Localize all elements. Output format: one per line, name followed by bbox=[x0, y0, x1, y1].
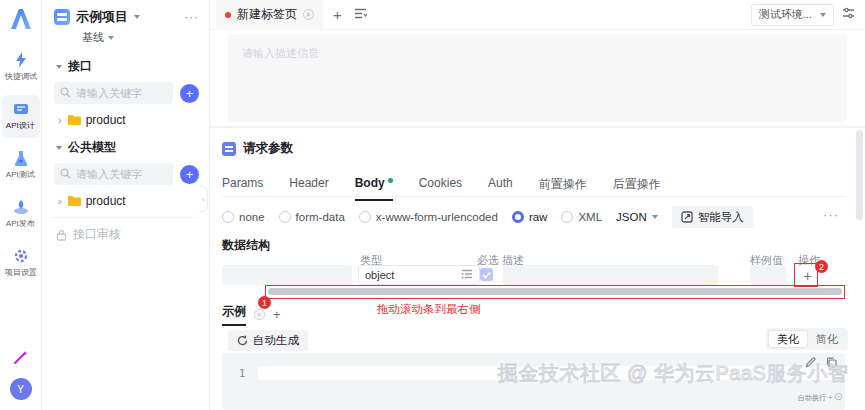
vertical-scrollbar[interactable] bbox=[856, 130, 863, 220]
radio-form-data[interactable]: form-data bbox=[279, 211, 345, 223]
app-logo-icon[interactable] bbox=[8, 6, 34, 32]
simplify-button[interactable]: 简化 bbox=[808, 330, 846, 348]
rail-label: 项目设置 bbox=[4, 267, 36, 278]
radio-raw[interactable]: raw bbox=[512, 211, 548, 223]
auto-generate-button[interactable]: 自动生成 bbox=[228, 330, 308, 351]
radio-selected-icon bbox=[512, 211, 524, 223]
field-name-input[interactable] bbox=[222, 265, 352, 285]
environment-label: 测试环境... bbox=[759, 7, 812, 22]
api-search-row: + bbox=[42, 80, 209, 108]
environment-select[interactable]: 测试环境... bbox=[751, 4, 834, 26]
edit-icon[interactable] bbox=[805, 357, 816, 371]
rail-item-api-test[interactable]: API测试 bbox=[2, 144, 40, 187]
project-header: 示例项目 ··· bbox=[42, 0, 209, 28]
column-header-required: 必选 bbox=[477, 253, 499, 268]
beautify-button[interactable]: 美化 bbox=[768, 330, 808, 348]
copy-icon[interactable] bbox=[826, 357, 837, 371]
tab-pre-ops[interactable]: 前置操作 bbox=[539, 176, 587, 201]
tab-list-icon[interactable] bbox=[354, 8, 367, 22]
search-icon bbox=[60, 87, 71, 98]
app-rail: 快捷调试 API设计 API测试 API发布 项目设置 Y bbox=[0, 0, 42, 410]
word-wrap-hint[interactable]: 自动换行 + bbox=[798, 393, 843, 403]
chevron-down-icon bbox=[56, 146, 62, 150]
tab-params[interactable]: Params bbox=[222, 176, 263, 201]
add-api-button[interactable]: + bbox=[180, 84, 199, 103]
request-tabs: Params Header Body Cookies Auth 前置操作 后置操… bbox=[222, 176, 661, 201]
body-type-row: none form-data x-www-form-urlencoded raw… bbox=[222, 206, 753, 228]
folder-icon bbox=[67, 195, 81, 207]
section-api[interactable]: 接口 bbox=[42, 51, 209, 80]
schema-title: 数据结构 bbox=[222, 237, 270, 254]
horizontal-scrollbar[interactable] bbox=[268, 288, 842, 295]
project-name[interactable]: 示例项目 bbox=[76, 8, 128, 26]
structure-icon[interactable] bbox=[461, 269, 473, 281]
code-editor[interactable]: 1 bbox=[222, 353, 845, 410]
rail-item-quick-debug[interactable]: 快捷调试 bbox=[2, 46, 40, 89]
smart-import-button[interactable]: 智能导入 bbox=[672, 206, 753, 228]
tab-body[interactable]: Body bbox=[355, 176, 393, 201]
active-line-highlight bbox=[258, 366, 837, 380]
sidebar-item-label: 接口审核 bbox=[73, 226, 121, 243]
rail-item-api-publish[interactable]: API发布 bbox=[2, 193, 40, 236]
annotation-hint-text: 拖动滚动条到最右侧 bbox=[377, 302, 481, 317]
api-search-input[interactable] bbox=[54, 82, 173, 104]
rail-item-project-settings[interactable]: 项目设置 bbox=[2, 242, 40, 285]
section-title: 接口 bbox=[68, 58, 92, 75]
chevron-down-icon bbox=[108, 36, 114, 40]
environment-settings-icon[interactable] bbox=[842, 7, 855, 22]
raw-format-select[interactable]: JSON bbox=[616, 211, 658, 223]
field-example-input[interactable] bbox=[750, 265, 786, 285]
tree-item-product[interactable]: › product bbox=[42, 189, 209, 213]
rail-item-api-design[interactable]: API设计 bbox=[2, 95, 40, 138]
tab-post-ops[interactable]: 后置操作 bbox=[613, 176, 661, 201]
add-example-button[interactable]: + bbox=[273, 307, 281, 322]
section-models[interactable]: 公共模型 bbox=[42, 132, 209, 161]
radio-icon bbox=[279, 211, 291, 223]
description-textarea[interactable]: 请输入描述信息 bbox=[228, 34, 847, 122]
line-number: 1 bbox=[239, 368, 245, 379]
description-placeholder: 请输入描述信息 bbox=[242, 46, 833, 61]
model-search-input[interactable] bbox=[54, 163, 173, 185]
sidebar-collapse-handle[interactable]: ‹ bbox=[199, 186, 208, 212]
more-options-button[interactable]: ··· bbox=[823, 208, 840, 222]
lock-icon bbox=[56, 229, 67, 241]
editor-toolbar bbox=[805, 357, 837, 371]
tab-auth[interactable]: Auth bbox=[488, 176, 513, 201]
radio-none[interactable]: none bbox=[222, 211, 265, 223]
user-avatar[interactable]: Y bbox=[10, 378, 32, 400]
tree-item-product[interactable]: › product bbox=[42, 108, 209, 132]
radio-label: x-www-form-urlencoded bbox=[376, 211, 498, 223]
close-icon[interactable]: ✕ bbox=[254, 309, 265, 320]
api-design-icon bbox=[12, 100, 30, 118]
radio-urlencoded[interactable]: x-www-form-urlencoded bbox=[359, 211, 498, 223]
sidebar-item-api-review[interactable]: 接口审核 bbox=[42, 218, 209, 249]
tab-header[interactable]: Header bbox=[289, 176, 328, 201]
magic-wand-icon[interactable] bbox=[13, 349, 29, 368]
annotation-box-step1 bbox=[265, 285, 845, 299]
add-model-button[interactable]: + bbox=[180, 165, 199, 184]
tab-cookies[interactable]: Cookies bbox=[419, 176, 462, 201]
chevron-down-icon bbox=[56, 65, 62, 69]
radio-xml[interactable]: XML bbox=[561, 211, 602, 223]
required-checkbox[interactable] bbox=[480, 268, 493, 281]
chevron-down-icon[interactable] bbox=[134, 15, 140, 19]
refresh-icon bbox=[237, 335, 248, 346]
folder-icon bbox=[67, 114, 81, 126]
field-description-input[interactable] bbox=[503, 265, 718, 285]
main-area: 新建标签页 ✕ + 测试环境... 请输入描述信息 请求参数 bbox=[210, 0, 865, 410]
type-select[interactable]: object bbox=[358, 265, 480, 285]
button-label: 智能导入 bbox=[698, 210, 744, 225]
tab-new[interactable]: 新建标签页 ✕ bbox=[216, 0, 323, 30]
tab-bar: 新建标签页 ✕ + 测试环境... bbox=[210, 0, 865, 30]
tab-example[interactable]: 示例 bbox=[222, 303, 246, 326]
radio-icon bbox=[359, 211, 371, 223]
radio-icon bbox=[561, 211, 573, 223]
tree-item-label: product bbox=[86, 113, 126, 127]
close-icon[interactable]: ✕ bbox=[303, 9, 314, 20]
add-tab-button[interactable]: + bbox=[333, 6, 342, 23]
quick-debug-icon bbox=[12, 51, 30, 69]
project-more-button[interactable]: ··· bbox=[184, 10, 199, 24]
branch-selector[interactable]: 基线 bbox=[42, 28, 209, 51]
rail-label: API设计 bbox=[6, 120, 35, 131]
info-icon bbox=[835, 393, 843, 401]
